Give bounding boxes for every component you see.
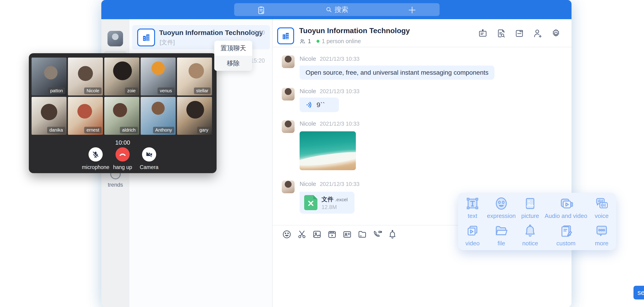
members-icon — [300, 38, 306, 44]
message-meta: Nicole 2021/12/3 10:33 — [300, 120, 360, 127]
participant-name: zoie — [125, 87, 138, 94]
popup-item-video[interactable]: video — [465, 223, 480, 247]
picture-icon[interactable] — [312, 229, 322, 239]
message-type-popup: text expression picture — [458, 193, 616, 250]
notice-board-icon[interactable] — [478, 28, 488, 38]
menu-item-remove[interactable]: 移除 — [214, 56, 252, 71]
participant-tile[interactable]: venus — [141, 57, 176, 95]
avatar[interactable] — [282, 88, 294, 100]
excel-file-icon: ✕ — [304, 195, 318, 210]
search-bar[interactable]: 搜索 — [234, 3, 440, 16]
message-meta: Nicole 2021/12/3 10:33 — [300, 88, 360, 95]
message-text: Open source, free, and universal instant… — [306, 69, 488, 76]
search-icon — [326, 6, 332, 13]
composer-toolbar — [282, 229, 398, 239]
voice-icon — [594, 196, 609, 211]
participant-tile[interactable]: Nicole — [68, 57, 103, 95]
context-menu: 置顶聊天 移除 — [214, 41, 252, 71]
participant-tile[interactable]: gary — [177, 97, 212, 135]
voice-wave-icon — [305, 101, 313, 109]
trends-label: trends — [108, 182, 123, 188]
participant-name: stellar — [194, 87, 211, 94]
avatar[interactable] — [108, 31, 123, 46]
audio-video-icon — [558, 196, 574, 211]
picture-icon — [522, 196, 538, 211]
hang-up-icon — [118, 150, 127, 159]
participant-grid: patton Nicole zoie venus stellar danika … — [32, 57, 212, 135]
text-message-bubble[interactable]: Open source, free, and universal instant… — [300, 65, 494, 80]
organization-icon — [277, 27, 294, 44]
file-size: 12.8M — [322, 204, 337, 210]
participant-tile[interactable]: stellar — [177, 57, 212, 95]
settings-gear-icon[interactable] — [551, 28, 561, 38]
voice-duration: 9`` — [316, 101, 325, 109]
menu-item-pin-chat[interactable]: 置顶聊天 — [214, 41, 252, 56]
group-file-icon[interactable] — [514, 28, 524, 38]
sender-name: Nicole — [300, 180, 316, 188]
popup-item-file[interactable]: file — [494, 223, 509, 247]
folder-icon[interactable] — [357, 229, 367, 239]
conversation-time: 15:20 — [250, 57, 265, 64]
participant-name: aldrich — [120, 127, 138, 133]
send-button[interactable]: sending — [634, 286, 644, 300]
search-field[interactable]: 搜索 — [326, 5, 348, 14]
chat-header-actions — [478, 28, 561, 38]
message-time: 2021/12/3 10:33 — [320, 181, 360, 187]
image-message-beach-photo[interactable] — [300, 131, 356, 170]
hang-up-button[interactable] — [116, 147, 130, 162]
popup-item-custom[interactable]: custom — [556, 223, 576, 247]
popup-item-expression[interactable]: expression — [487, 196, 516, 220]
participant-name: ernest — [84, 127, 102, 133]
sender-name: Nicole — [300, 120, 316, 127]
popup-item-text[interactable]: text — [465, 196, 480, 220]
notice-bell-icon — [522, 223, 538, 239]
notification-bell-icon[interactable] — [388, 229, 398, 239]
avatar[interactable] — [282, 180, 294, 193]
page: 搜索 trends — [0, 0, 644, 307]
online-dot — [316, 40, 320, 43]
participant-tile[interactable]: patton — [32, 57, 66, 95]
voice-message-bubble[interactable]: 9`` — [300, 97, 339, 112]
message-time: 2021/12/3 10:33 — [320, 56, 360, 62]
add-icon[interactable] — [408, 5, 417, 15]
popup-item-voice[interactable]: voice — [594, 196, 609, 220]
avatar[interactable] — [282, 55, 294, 68]
participant-name: Nicole — [84, 87, 102, 94]
participant-tile[interactable]: aldrich — [104, 97, 139, 135]
video-call-icon[interactable] — [372, 229, 382, 239]
participant-tile[interactable]: Anthony — [141, 97, 176, 135]
file-message-bubble[interactable]: ✕ 文件 .excel 12.8M — [300, 192, 354, 214]
microphone-mute-button[interactable] — [88, 147, 103, 162]
participant-tile[interactable]: ernest — [68, 97, 103, 135]
participant-name: danika — [47, 127, 65, 133]
conversation-last-message: [文件] — [160, 38, 175, 46]
call-records-icon[interactable] — [256, 5, 266, 16]
conversation-time: 15:20 — [250, 29, 265, 36]
popup-item-audio-video[interactable]: Audio and video — [544, 196, 587, 220]
popup-item-more[interactable]: more — [594, 223, 609, 247]
add-member-icon[interactable] — [533, 28, 543, 38]
message-time: 2021/12/3 10:33 — [320, 121, 360, 127]
top-bar: 搜索 — [101, 0, 572, 19]
contact-card-icon[interactable] — [342, 229, 352, 239]
chat-history-search-icon[interactable] — [496, 28, 506, 38]
camera-label: Camera — [131, 164, 168, 170]
participant-tile[interactable]: zoie — [104, 57, 139, 95]
sidebar-item-trends[interactable]: trends — [101, 169, 130, 199]
organization-icon — [137, 28, 155, 46]
video-clip-icon[interactable] — [327, 229, 337, 239]
screenshot-scissors-icon[interactable] — [297, 229, 307, 239]
emoji-icon[interactable] — [282, 229, 292, 239]
video-call-panel: patton Nicole zoie venus stellar danika … — [29, 53, 216, 173]
chat-subtitle: 1 1 person online — [300, 38, 361, 44]
custom-edit-icon — [558, 223, 574, 239]
participant-name: gary — [197, 127, 211, 133]
camera-off-button[interactable] — [142, 147, 156, 162]
participant-name: patton — [48, 87, 65, 94]
file-name: 文件 .excel — [322, 195, 348, 203]
message-meta: Nicole 2021/12/3 10:33 — [300, 55, 360, 62]
popup-item-notice[interactable]: notice — [522, 223, 538, 247]
participant-tile[interactable]: danika — [32, 97, 66, 135]
popup-item-picture[interactable]: picture — [521, 196, 539, 220]
avatar[interactable] — [282, 120, 294, 133]
